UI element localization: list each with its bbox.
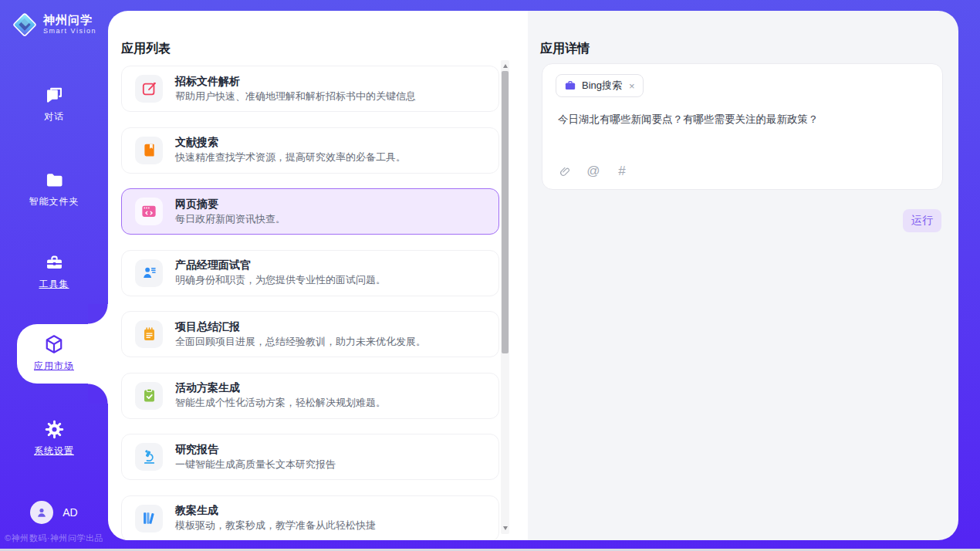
toolbox-icon: [44, 252, 65, 273]
main-content: 应用列表 招标文件解析帮助用户快速、准确地理解和解析招标书中的关键信息文献搜索快…: [108, 11, 958, 540]
app-list: 招标文件解析帮助用户快速、准确地理解和解析招标书中的关键信息文献搜索快速精准查找…: [121, 66, 499, 540]
app-card-title: 教案生成: [175, 505, 376, 516]
app-list-panel: 应用列表 招标文件解析帮助用户快速、准确地理解和解析招标书中的关键信息文献搜索快…: [108, 11, 528, 540]
sidebar-item-chat[interactable]: 对话: [0, 85, 108, 123]
hash-icon[interactable]: #: [613, 163, 630, 180]
app-card[interactable]: 项目总结汇报全面回顾项目进展，总结经验教训，助力未来优化发展。: [121, 311, 499, 357]
app-card-description: 每日政府新闻资讯快查。: [175, 213, 286, 225]
sidebar-item-label: 对话: [44, 110, 64, 123]
gear-icon: [44, 419, 65, 440]
query-input[interactable]: 今日湖北有哪些新闻要点？有哪些需要关注的最新政策？: [558, 112, 927, 127]
app-card-title: 活动方案生成: [175, 382, 386, 394]
app-detail-panel: 应用详情 Bing搜索 × 今日湖北有哪些新闻要点？有哪些需要关注的最新政策？ …: [528, 11, 958, 540]
cube-icon: [43, 333, 65, 355]
app-card[interactable]: 产品经理面试官明确身份和职责，为您提供专业性的面试问题。: [121, 250, 499, 296]
app-card-title: 网页摘要: [175, 198, 286, 210]
pen-square-icon: [135, 75, 163, 103]
run-button[interactable]: 运行: [903, 209, 941, 232]
prompt-card: Bing搜索 × 今日湖北有哪些新闻要点？有哪些需要关注的最新政策？ @#: [542, 63, 943, 190]
app-card-description: 快速精准查找学术资源，提高研究效率的必备工具。: [175, 151, 406, 164]
sidebar-item-label: 应用市场: [34, 360, 74, 373]
app-card-description: 一键智能生成高质量长文本研究报告: [175, 458, 336, 471]
scrollbar[interactable]: [501, 60, 509, 534]
paperclip-icon[interactable]: [556, 163, 573, 180]
browser-code-icon: [135, 198, 163, 225]
attachment-toolbar: @#: [556, 163, 630, 180]
app-card[interactable]: 研究报告一键智能生成高质量长文本研究报告: [121, 434, 499, 480]
app-card-description: 智能生成个性化活动方案，轻松解决规划难题。: [175, 397, 386, 409]
scroll-up-icon[interactable]: [503, 64, 508, 68]
app-card-title: 项目总结汇报: [175, 321, 426, 333]
briefcase-icon: [564, 79, 576, 92]
scrollbar-thumb[interactable]: [502, 71, 509, 353]
app-card[interactable]: 活动方案生成智能生成个性化活动方案，轻松解决规划难题。: [121, 373, 499, 419]
app-card[interactable]: 教案生成模板驱动，教案秒成，教学准备从此轻松快捷: [121, 495, 499, 541]
sidebar-footer: ©神州数码·神州问学出品: [0, 532, 108, 544]
at-icon[interactable]: @: [585, 163, 602, 180]
chat-icon: [44, 85, 65, 106]
app-detail-title: 应用详情: [540, 41, 590, 57]
app-card[interactable]: 招标文件解析帮助用户快速、准确地理解和解析招标书中的关键信息: [121, 66, 499, 112]
logo-subtitle: Smart Vision: [43, 28, 96, 35]
app-card-title: 招标文件解析: [175, 76, 416, 87]
microscope-icon: [135, 443, 163, 471]
app-card-title: 研究报告: [175, 444, 336, 455]
interviewer-icon: [135, 259, 163, 287]
sidebar: 神州问学 Smart Vision 对话 智能文件夹 工具集 应用市场 系统设置…: [0, 0, 108, 551]
books-icon: [135, 505, 163, 532]
sidebar-item-smart-folders[interactable]: 智能文件夹: [0, 170, 108, 208]
folder-icon: [44, 170, 65, 191]
user-initials: AD: [63, 506, 77, 519]
app-card-title: 文献搜索: [175, 137, 406, 148]
app-card[interactable]: 文献搜索快速精准查找学术资源，提高研究效率的必备工具。: [121, 127, 499, 174]
close-icon[interactable]: ×: [629, 80, 635, 92]
user-icon: [35, 505, 49, 519]
logo-diamond-icon: [12, 12, 38, 38]
tool-tag-label: Bing搜索: [582, 79, 622, 93]
scroll-down-icon[interactable]: [503, 526, 508, 530]
sidebar-item-toolset[interactable]: 工具集: [0, 252, 108, 291]
sidebar-item-label: 智能文件夹: [29, 195, 79, 208]
app-card[interactable]: 网页摘要每日政府新闻资讯快查。: [121, 188, 499, 235]
app-card-description: 模板驱动，教案秒成，教学准备从此轻松快捷: [175, 519, 376, 532]
app-card-description: 全面回顾项目进展，总结经验教训，助力未来优化发展。: [175, 336, 426, 348]
sidebar-item-app-market[interactable]: 应用市场: [0, 333, 108, 373]
app-card-title: 产品经理面试官: [175, 259, 386, 271]
sidebar-item-settings[interactable]: 系统设置: [0, 419, 108, 458]
app-logo: 神州问学 Smart Vision: [0, 12, 108, 38]
user-account[interactable]: AD: [0, 501, 108, 524]
app-card-description: 帮助用户快速、准确地理解和解析招标书中的关键信息: [175, 90, 416, 103]
tool-tag-bing-search[interactable]: Bing搜索 ×: [556, 74, 644, 97]
avatar: [30, 501, 53, 524]
clipboard-check-icon: [135, 382, 163, 410]
sidebar-item-label: 系统设置: [34, 445, 74, 458]
sidebar-item-label: 工具集: [39, 278, 69, 291]
book-icon: [135, 137, 163, 164]
app-card-description: 明确身份和职责，为您提供专业性的面试问题。: [175, 274, 386, 286]
notepad-icon: [135, 320, 163, 348]
logo-title: 神州问学: [43, 14, 96, 27]
app-list-title: 应用列表: [121, 41, 171, 57]
